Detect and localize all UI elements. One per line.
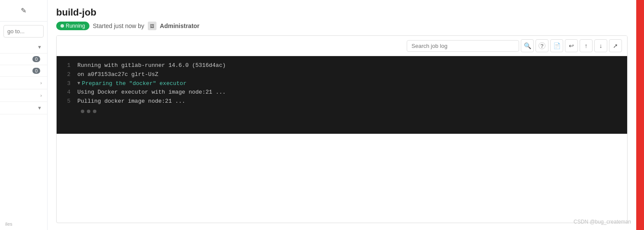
line-text: Pulling docker image node:21 ... bbox=[77, 97, 185, 106]
line-text: Running with gitlab-runner 14.6.0 (5316d… bbox=[77, 61, 226, 70]
line-number: 1 bbox=[64, 61, 70, 70]
watermark: CSDN @bug_createman bbox=[574, 219, 631, 225]
line-text: Preparing the "docker" executor bbox=[82, 79, 187, 88]
line-number: 5 bbox=[64, 97, 70, 106]
line-number: 4 bbox=[64, 88, 70, 97]
log-line: 4Using Docker executor with image node:2… bbox=[64, 88, 620, 97]
line-text: on a0f3153ac27c glrt-UsZ bbox=[77, 70, 158, 79]
chevron-down-icon: ▼ bbox=[37, 44, 42, 50]
log-loading-dots bbox=[64, 106, 620, 115]
chevron-right-icon-1: › bbox=[40, 80, 42, 85]
chevron-down-icon-2: ▼ bbox=[37, 105, 42, 110]
log-toolbar: 🔍 ? 📄 ↩ ↑ ↓ ➚ bbox=[57, 36, 627, 56]
log-line: 2 on a0f3153ac27c glrt-UsZ bbox=[64, 70, 620, 79]
search-icon: 🔍 bbox=[524, 42, 531, 49]
avatar: 🖼 bbox=[148, 22, 156, 30]
job-title: build-job bbox=[56, 7, 628, 18]
goto-input[interactable] bbox=[3, 25, 44, 38]
loading-dot bbox=[81, 110, 84, 113]
sidebar-top: ✎ bbox=[0, 0, 47, 22]
sidebar-collapse-3[interactable]: › bbox=[0, 89, 47, 102]
user-name: Administrator bbox=[160, 22, 200, 29]
log-line: 5Pulling docker image node:21 ... bbox=[64, 97, 620, 106]
log-output[interactable]: 1Running with gitlab-runner 14.6.0 (5316… bbox=[57, 56, 627, 134]
wrap-button[interactable]: ↩ bbox=[565, 39, 578, 52]
started-text: Started just now by bbox=[93, 22, 144, 29]
download-icon: 📄 bbox=[553, 42, 561, 49]
collapse-button[interactable]: ▼ bbox=[77, 80, 80, 88]
chevron-right-icon-2: › bbox=[40, 93, 42, 98]
scroll-bottom-icon: ↓ bbox=[599, 42, 603, 49]
sidebar-collapse-2[interactable]: › bbox=[0, 77, 47, 89]
sidebar: ✎ ▼ 0 0 › › ▼ iles bbox=[0, 0, 48, 230]
status-badge: Running bbox=[56, 22, 89, 30]
status-label: Running bbox=[66, 23, 85, 29]
sidebar-collapse-4[interactable]: ▼ bbox=[0, 102, 47, 114]
edit-icon: ✎ bbox=[21, 6, 26, 15]
log-container: 🔍 ? 📄 ↩ ↑ ↓ ➚ 1Running with gitlab-runne… bbox=[56, 35, 628, 223]
job-header: build-job Running Started just now by 🖼 … bbox=[56, 7, 628, 30]
badge-0: 0 bbox=[32, 56, 40, 62]
fullscreen-button[interactable]: ➚ bbox=[609, 39, 622, 52]
help-button[interactable]: ? bbox=[536, 39, 548, 52]
main-content: build-job Running Started just now by 🖼 … bbox=[48, 0, 636, 230]
sidebar-bottom-text: iles bbox=[0, 218, 47, 230]
sidebar-item-with-badge: 0 bbox=[0, 54, 47, 65]
fullscreen-icon: ➚ bbox=[613, 42, 618, 49]
status-dot bbox=[61, 24, 64, 28]
scroll-bottom-button[interactable]: ↓ bbox=[594, 39, 607, 52]
help-icon: ? bbox=[539, 42, 545, 49]
download-button[interactable]: 📄 bbox=[550, 39, 563, 52]
search-button[interactable]: 🔍 bbox=[521, 39, 534, 52]
right-panel bbox=[636, 0, 644, 230]
job-meta: Running Started just now by 🖼 Administra… bbox=[56, 22, 628, 30]
loading-dot bbox=[87, 110, 90, 113]
wrap-icon: ↩ bbox=[569, 42, 574, 49]
sidebar-collapse-1[interactable]: ▼ bbox=[0, 41, 47, 54]
sidebar-item-with-badge-2: 0 bbox=[0, 65, 47, 77]
line-number: 3 bbox=[64, 79, 70, 88]
log-line: 3▼Preparing the "docker" executor bbox=[64, 79, 620, 88]
scroll-top-button[interactable]: ↑ bbox=[580, 39, 593, 52]
search-job-log-input[interactable] bbox=[407, 40, 519, 52]
line-number: 2 bbox=[64, 70, 70, 79]
loading-dot bbox=[93, 110, 96, 113]
log-line: 1Running with gitlab-runner 14.6.0 (5316… bbox=[64, 61, 620, 70]
line-text: Using Docker executor with image node:21… bbox=[77, 88, 226, 97]
scroll-top-icon: ↑ bbox=[585, 42, 588, 49]
badge-1: 0 bbox=[32, 68, 40, 74]
